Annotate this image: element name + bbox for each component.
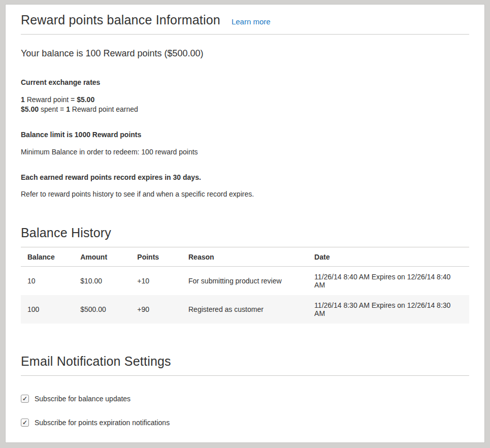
balance-summary: Your balance is 100 Reward points ($500.… [21, 48, 469, 59]
reward-info-card: Reward points balance Information Learn … [5, 4, 485, 443]
column-header-date: Date [308, 247, 469, 267]
exchange-rate-line-2: $5.00 spent = 1 Reward point earned [21, 105, 469, 114]
points-expiration-checkbox[interactable]: ✓ [21, 419, 29, 427]
column-header-reason: Reason [182, 247, 308, 267]
rate1-amount: $5.00 [77, 95, 94, 104]
cell-balance: 100 [21, 295, 74, 324]
points-expiration-label: Subscribe for points expiration notifica… [35, 419, 170, 427]
cell-date: 11/26/14 8:40 AM Expires on 12/26/14 8:4… [308, 267, 469, 296]
cell-points: +90 [130, 295, 182, 324]
rate2-amount: $5.00 [21, 105, 39, 113]
balance-updates-label: Subscribe for balance updates [35, 395, 130, 403]
cell-date: 11/26/14 8:30 AM Expires on 12/26/14 8:3… [308, 295, 469, 324]
column-header-points: Points [130, 247, 182, 267]
cell-amount: $10.00 [74, 267, 130, 296]
page-header: Reward points balance Information Learn … [21, 13, 469, 35]
balance-updates-option: ✓ Subscribe for balance updates [21, 395, 469, 403]
check-icon: ✓ [22, 420, 27, 426]
balance-updates-checkbox[interactable]: ✓ [21, 395, 29, 403]
column-header-balance: Balance [21, 247, 74, 267]
exchange-rates-heading: Current exchange rates [21, 78, 469, 87]
cell-amount: $500.00 [74, 295, 130, 324]
rate2-text1: spent = [41, 105, 64, 113]
expiration-rule: Each earned reward points record expires… [21, 173, 469, 182]
expiration-note: Refer to reward points history to see if… [21, 189, 469, 199]
learn-more-link[interactable]: Learn more [232, 17, 271, 26]
balance-limit-note: Balance limit is 1000 Reward points [21, 130, 469, 140]
cell-points: +10 [130, 267, 182, 296]
check-icon: ✓ [22, 396, 27, 402]
rate2-text2: Reward point earned [72, 105, 138, 113]
column-header-amount: Amount [74, 247, 130, 267]
email-settings-heading: Email Notification Settings [21, 354, 469, 376]
cell-reason: Registered as customer [182, 295, 308, 324]
cell-reason: For submitting product review [182, 267, 308, 296]
exchange-rate-line-1: 1 Reward point = $5.00 [21, 95, 469, 105]
cell-balance: 10 [21, 267, 74, 296]
table-header-row: Balance Amount Points Reason Date [21, 247, 469, 267]
table-row: 100 $500.00 +90 Registered as customer 1… [21, 295, 469, 324]
balance-history-table: Balance Amount Points Reason Date 10 $10… [21, 247, 469, 324]
rate2-points: 1 [66, 105, 70, 113]
rate1-points: 1 [21, 95, 25, 104]
page-title: Reward points balance Information [21, 13, 220, 27]
minimum-redeem-note: Minimum Balance in order to redeem: 100 … [21, 147, 469, 157]
table-row: 10 $10.00 +10 For submitting product rev… [21, 267, 469, 296]
page-background: Reward points balance Information Learn … [0, 0, 490, 448]
points-expiration-option: ✓ Subscribe for points expiration notifi… [21, 419, 469, 427]
balance-history-heading: Balance History [21, 226, 469, 247]
rate1-text: Reward point = [27, 95, 75, 104]
